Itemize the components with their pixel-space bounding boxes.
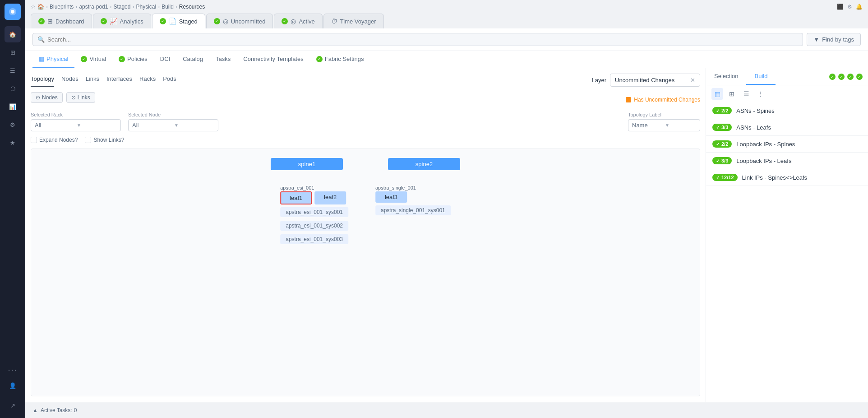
rp-tab-build[interactable]: Build [746, 68, 776, 85]
leaf2-node[interactable]: leaf2 [314, 191, 346, 204]
expand-nodes-checkbox[interactable] [31, 137, 37, 143]
selected-node-select[interactable]: All ▼ [128, 119, 218, 131]
selected-rack-value: All [35, 122, 75, 129]
tab-analytics[interactable]: ✓ 📈 Analytics [93, 14, 151, 28]
sys-node-esi001-3[interactable]: apstra_esi_001_sys003 [280, 234, 348, 244]
search-input[interactable] [47, 36, 798, 43]
topo-tab-nodes[interactable]: Nodes [61, 74, 78, 87]
breadcrumb-pod[interactable]: apstra-pod1 [79, 4, 108, 10]
topo-tab-links[interactable]: Links [86, 74, 99, 87]
rp-columns-icon[interactable]: ⊞ [726, 88, 738, 100]
tab-uncommitted[interactable]: ✓ ◎ Uncommitted [206, 14, 273, 28]
selected-rack-select[interactable]: All ▼ [31, 119, 121, 131]
expand-nodes-label: Expand Nodes? [39, 137, 78, 143]
find-by-tags-button[interactable]: ▼ Find by tags [807, 33, 861, 46]
tab-check-dashboard: ✓ [38, 18, 45, 24]
right-panel: Selection Build ✓ ✓ ✓ ✓ ▦ ⊞ ☰ ⋮ [706, 68, 868, 402]
subtab-virtual[interactable]: ✓ Virtual [74, 51, 112, 68]
subtab-physical[interactable]: ▦ Physical [32, 51, 74, 68]
gear-icon[interactable]: ⚙ [847, 4, 852, 10]
spine2-node[interactable]: spine2 [388, 158, 460, 170]
user-icon[interactable]: 👤 [5, 377, 21, 394]
breadcrumb-star[interactable]: ☆ [31, 4, 36, 10]
subtab-catalog[interactable]: Catalog [176, 51, 209, 68]
filter-icon: ▼ [813, 36, 819, 43]
rack-dropdown-arrow: ▼ [77, 123, 117, 128]
leaf3-node[interactable]: leaf3 [375, 191, 407, 203]
links-filter-button[interactable]: ⊙ Links [66, 92, 95, 103]
subtab-label-dci: DCI [160, 56, 170, 62]
breadcrumb-build[interactable]: Build [162, 4, 174, 10]
sidebar-item-graph[interactable]: ⬡ [5, 80, 21, 97]
main-area: ☆ 🏠 › Blueprints › apstra-pod1 › Staged … [25, 0, 868, 418]
expand-nodes-check[interactable]: Expand Nodes? [31, 137, 78, 143]
tab-label-dashboard: Dashboard [55, 18, 84, 25]
sys-node-esi001-1[interactable]: apstra_esi_001_sys001 [280, 207, 348, 217]
breadcrumb-physical[interactable]: Physical [136, 4, 156, 10]
rp-tree-icon[interactable]: ⋮ [755, 88, 766, 100]
rp-table-icon[interactable]: ▦ [711, 88, 723, 100]
layer-close-icon[interactable]: ✕ [690, 77, 695, 84]
sidebar-item-home[interactable]: 🏠 [5, 26, 21, 42]
dots-icon[interactable]: ··· [8, 365, 17, 375]
topology-inner: spine1 spine2 apstra_esi_001 leaf1 leaf2 [31, 149, 700, 396]
terminal-icon[interactable]: ⬛ [837, 4, 844, 10]
leaf1-node[interactable]: leaf1 [280, 191, 312, 204]
sidebar-item-star[interactable]: ★ [5, 135, 21, 151]
subtab-fabric-settings[interactable]: ✓ Fabric Settings [310, 51, 370, 68]
rp-badge-check-asns-leafs: ✓ [716, 125, 720, 130]
subtab-dci[interactable]: DCI [154, 51, 176, 68]
subtab-policies[interactable]: ✓ Policies [112, 51, 154, 68]
tab-time-voyager[interactable]: ⏱ Time Voyager [323, 14, 384, 28]
controls-row: Selected Rack All ▼ Selected Node All ▼ [31, 112, 700, 131]
tab-active[interactable]: ✓ ◎ Active [274, 14, 322, 28]
topology-canvas: spine1 spine2 apstra_esi_001 leaf1 leaf2 [31, 149, 700, 396]
bell-icon[interactable]: 🔔 [856, 4, 863, 10]
rp-item-loopback-leafs: ✓ 3/3 Loopback IPs - Leafs [706, 153, 868, 169]
tab-dashboard[interactable]: ✓ ⊞ Dashboard [31, 14, 92, 28]
topology-label-value: Name [632, 122, 663, 129]
rp-list-icon[interactable]: ☰ [740, 88, 752, 100]
rp-tab-selection[interactable]: Selection [706, 68, 746, 85]
sys-node-single001-1[interactable]: apstra_single_001_sys001 [375, 205, 451, 215]
tab-staged[interactable]: ✓ 📄 Staged [152, 14, 205, 28]
physical-icon: ▦ [39, 56, 44, 62]
sidebar-item-settings[interactable]: ⚙ [5, 116, 21, 133]
topology-label-label: Topology Label [628, 112, 700, 117]
sidebar-item-analytics[interactable]: 📊 [5, 98, 21, 115]
search-input-wrap[interactable]: 🔍 [32, 33, 803, 46]
selected-node-value: All [132, 122, 172, 129]
breadcrumb: ☆ 🏠 › Blueprints › apstra-pod1 › Staged … [31, 4, 863, 10]
layer-select[interactable]: Uncommitted Changes ✕ [610, 74, 700, 87]
logout-icon[interactable]: ↗ [5, 397, 21, 413]
sidebar-item-dashboard[interactable]: ⊞ [5, 44, 21, 60]
content-area: 🔍 ▼ Find by tags ▦ Physical ✓ Virtual ✓ … [25, 28, 868, 402]
topo-tab-racks[interactable]: Racks [139, 74, 156, 87]
subtab-label-tasks: Tasks [216, 56, 231, 62]
subtab-connectivity-templates[interactable]: Connectivity Templates [237, 51, 309, 68]
spine1-node[interactable]: spine1 [271, 158, 343, 170]
sidebar-item-list[interactable]: ☰ [5, 62, 21, 79]
topo-tab-pods[interactable]: Pods [163, 74, 176, 87]
subtab-label-fabric: Fabric Settings [325, 56, 364, 62]
show-links-checkbox[interactable] [85, 137, 91, 143]
topology-label-select[interactable]: Name ▼ [628, 119, 700, 131]
links-filter-label: Links [78, 94, 90, 101]
chevron-up-icon[interactable]: ▲ [32, 407, 38, 413]
rp-check-badge-3: ✓ [847, 74, 854, 80]
breadcrumb-staged[interactable]: Staged [113, 4, 130, 10]
right-panel-header: Selection Build ✓ ✓ ✓ ✓ [706, 68, 868, 85]
sys-node-esi001-2[interactable]: apstra_esi_001_sys002 [280, 221, 348, 231]
app-logo[interactable] [5, 4, 21, 20]
topo-tab-topology[interactable]: Topology [31, 74, 54, 87]
show-links-check[interactable]: Show Links? [85, 137, 124, 143]
breadcrumb-blueprints[interactable]: Blueprints [50, 4, 74, 10]
topo-tab-interfaces[interactable]: Interfaces [106, 74, 132, 87]
rp-tab-icons: ✓ ✓ ✓ ✓ [829, 74, 868, 80]
tab-bar: ✓ ⊞ Dashboard ✓ 📈 Analytics ✓ 📄 Staged ✓… [31, 14, 863, 28]
subtab-label-policies: Policies [127, 56, 148, 62]
rp-badge-value-asns-spines: 2/2 [721, 108, 728, 113]
nodes-filter-button[interactable]: ⊙ Nodes [31, 92, 63, 103]
breadcrumb-home-icon[interactable]: 🏠 [37, 4, 44, 10]
subtab-tasks[interactable]: Tasks [209, 51, 237, 68]
